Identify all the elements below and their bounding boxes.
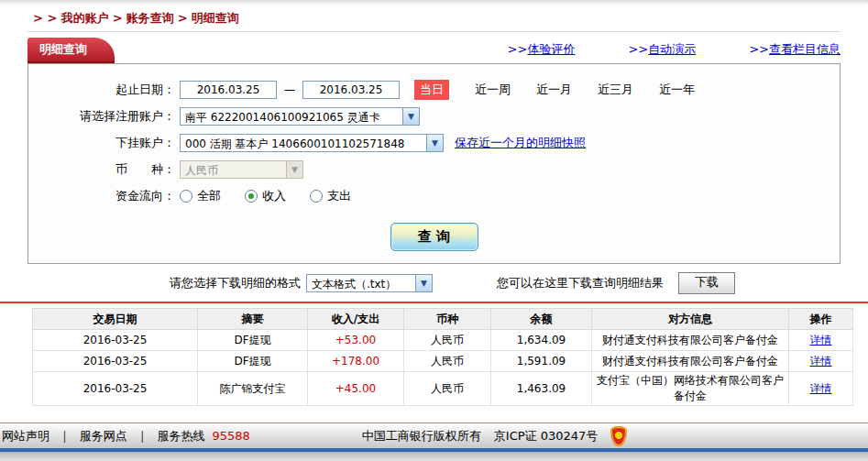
table-header-5: 余额 (491, 309, 592, 330)
table-row: 2016-03-25DF提现+178.00人民币1,591.09财付通支付科技有… (33, 351, 853, 372)
breadcrumb-separator: > (174, 11, 192, 25)
flow-radio-label: 全部 (197, 188, 221, 204)
quick-range-links: 近一周近一月近三月近一年 (449, 82, 695, 98)
quick-range-link-3[interactable]: 近三月 (598, 82, 633, 96)
chevron-down-icon: ▼ (426, 135, 443, 151)
footer-link-1[interactable]: 网站声明 (2, 428, 49, 445)
detail-link[interactable]: 详情 (810, 334, 832, 346)
main-panel: 明细查询 >>体验评价>>自动演示>>查看栏目信息 起止日期： — 当日 近一周… (27, 38, 841, 264)
flow-label: 资金流向： (28, 188, 175, 204)
save-snapshot-link[interactable]: 保存近一个月的明细快照 (455, 135, 586, 151)
header-link-label: 自动演示 (648, 42, 696, 56)
currency-label: 币 种： (28, 161, 175, 178)
chevron-down-icon: ▼ (286, 161, 302, 178)
icbc-detail-query-page: > > 我的账户>账务查询>明细查询 明细查询 >>体验评价>>自动演示>>查看… (0, 0, 868, 461)
tab-detail-query[interactable]: 明细查询 (27, 38, 115, 63)
footer-bar: 网站声明｜服务网点｜服务热线95588 中国工商银行版权所有 京ICP证 030… (0, 423, 868, 448)
header-links: >>体验评价>>自动演示>>查看栏目信息 (508, 41, 841, 63)
header-link-2[interactable]: >>自动演示 (628, 41, 696, 58)
cell-summary: DF提现 (198, 330, 308, 351)
cell-balance: 1,463.09 (491, 372, 592, 406)
quick-range-link-1[interactable]: 近一周 (475, 82, 511, 96)
breadcrumb-item-2[interactable]: 账务查询 (126, 11, 174, 25)
cell-action: 详情 (789, 351, 853, 372)
breadcrumb-separator: > (109, 11, 126, 25)
currency-value: 人民币 (181, 161, 223, 178)
chevron-down-icon: ▼ (402, 108, 419, 125)
footer-links: 网站声明｜服务网点｜服务热线95588 (2, 428, 250, 445)
register-account-label: 请选择注册账户： (28, 108, 175, 125)
header-link-1[interactable]: >>体验评价 (508, 41, 576, 58)
download-format-value: 文本格式（.txt） (307, 275, 401, 291)
header-link-label: 查看栏目信息 (769, 42, 841, 56)
transaction-table: 交易日期摘要收入/支出币种余额对方信息操作 2016-03-25DF提现+53.… (32, 308, 853, 406)
footer-hotline-label: 服务热线 (157, 428, 204, 445)
cell-counterparty: 财付通支付科技有限公司客户备付金 (592, 351, 789, 372)
table-header-row: 交易日期摘要收入/支出币种余额对方信息操作 (33, 309, 853, 330)
quick-range-link-2[interactable]: 近一月 (536, 82, 572, 96)
date-range-label: 起止日期： (28, 82, 175, 98)
cell-currency: 人民币 (404, 372, 491, 406)
icp-text: 京ICP证 030247号 (494, 428, 599, 445)
flow-radio-全部[interactable]: 全部 (180, 188, 221, 204)
table-top-rule (0, 302, 868, 303)
cell-date: 2016-03-25 (33, 351, 198, 372)
currency-select: 人民币 ▼ (180, 160, 303, 179)
download-format-label: 请您选择下载明细的格式 (170, 275, 301, 291)
date-range-controls: — 当日 近一周近一月近三月近一年 (180, 80, 695, 100)
download-format-select[interactable]: 文本格式（.txt） ▼ (306, 274, 433, 292)
cell-currency: 人民币 (404, 330, 491, 351)
sub-account-select[interactable]: 000 活期 基本户 1406600101102571848 ▼ (180, 134, 444, 152)
sub-account-row: 下挂账户： 000 活期 基本户 1406600101102571848 ▼ 保… (28, 133, 840, 153)
icp-seal-icon[interactable] (610, 426, 627, 446)
copyright-group: 中国工商银行版权所有 京ICP证 030247号 (362, 426, 628, 446)
date-range-row: 起止日期： — 当日 近一周近一月近三月近一年 (28, 80, 840, 100)
download-button[interactable]: 下载 (678, 272, 735, 294)
quick-range-link-4[interactable]: 近一年 (659, 82, 695, 96)
cell-balance: 1,591.09 (491, 351, 592, 372)
sub-account-value: 000 活期 基本户 1406600101102571848 (181, 135, 409, 151)
table-header-6: 对方信息 (592, 309, 789, 330)
breadcrumb-item-1[interactable]: 我的账户 (61, 11, 109, 25)
date-from-input[interactable] (180, 81, 277, 99)
detail-link[interactable]: 详情 (810, 355, 832, 368)
table-header-7: 操作 (789, 309, 853, 330)
flow-radio-收入[interactable]: 收入 (245, 188, 286, 204)
table-row: 2016-03-25DF提现+53.00人民币1,634.09财付通支付科技有限… (33, 330, 853, 351)
copyright-text: 中国工商银行版权所有 (362, 428, 481, 445)
sub-account-controls: 000 活期 基本户 1406600101102571848 ▼ 保存近一个月的… (180, 134, 586, 152)
query-form-box: 起止日期： — 当日 近一周近一月近三月近一年 请选择注册账户： 南平 6222… (27, 63, 841, 264)
currency-row: 币 种： 人民币 ▼ (28, 159, 840, 180)
currency-controls: 人民币 ▼ (180, 160, 303, 179)
flow-radio-支出[interactable]: 支出 (310, 188, 351, 204)
download-bar: 请您选择下载明细的格式 文本格式（.txt） ▼ 您可以在这里下载查询明细结果 … (170, 272, 868, 294)
download-hint: 您可以在这里下载查询明细结果 (497, 275, 664, 291)
radio-icon (245, 190, 258, 203)
detail-link[interactable]: 详情 (810, 382, 832, 395)
cell-counterparty: 财付通支付科技有限公司客户备付金 (592, 330, 789, 351)
flow-radio-group: 全部收入支出 (180, 188, 375, 204)
radio-icon (310, 190, 323, 203)
query-button[interactable]: 查 询 (390, 223, 478, 251)
date-dash: — (277, 83, 302, 96)
cell-amount: +45.00 (308, 372, 404, 406)
page-footer: 网站声明｜服务网点｜服务热线95588 中国工商银行版权所有 京ICP证 030… (0, 423, 868, 461)
register-account-select[interactable]: 南平 6222001406100921065 灵通卡 ▼ (180, 107, 420, 126)
flow-radio-label: 支出 (327, 188, 351, 204)
link-arrows-icon: >> (749, 42, 769, 56)
breadcrumb: > > 我的账户>账务查询>明细查询 (0, 5, 868, 31)
panel-header: 明细查询 >>体验评价>>自动演示>>查看栏目信息 (27, 38, 841, 63)
flow-radio-label: 收入 (262, 188, 286, 204)
register-account-controls: 南平 6222001406100921065 灵通卡 ▼ (180, 107, 420, 126)
cell-counterparty: 支付宝（中国）网络技术有限公司客户备付金 (592, 372, 789, 406)
date-to-input[interactable] (302, 81, 400, 99)
breadcrumb-item-3[interactable]: 明细查询 (192, 11, 239, 25)
footer-separator: ｜ (49, 428, 80, 445)
footer-hotline-number: 95588 (212, 429, 249, 443)
footer-link-2[interactable]: 服务网点 (80, 428, 127, 445)
header-link-3[interactable]: >>查看栏目信息 (749, 41, 841, 58)
cell-action: 详情 (789, 372, 853, 406)
cell-balance: 1,634.09 (491, 330, 592, 351)
quick-range-today-button[interactable]: 当日 (414, 80, 449, 100)
breadcrumb-divider (27, 31, 841, 32)
